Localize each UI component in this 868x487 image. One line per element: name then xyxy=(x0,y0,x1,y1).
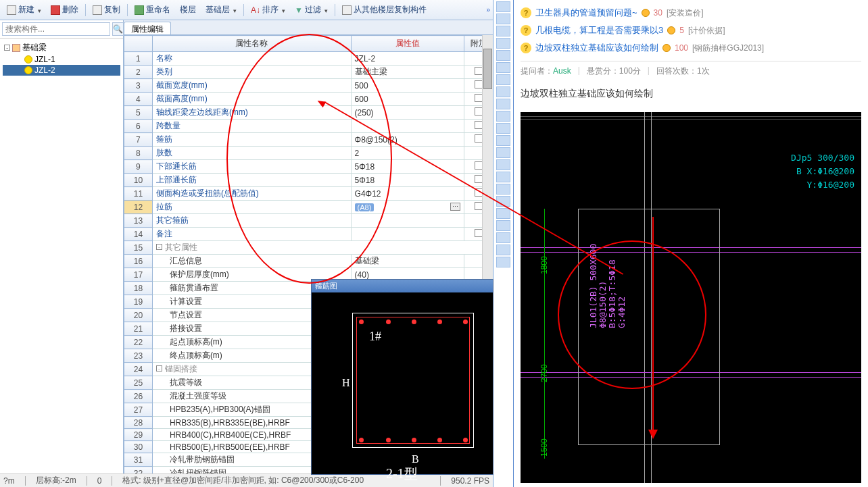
property-value-cell[interactable]: 500 xyxy=(351,79,464,93)
qa-title[interactable]: 边坡双柱独立基础应该如何绘制 xyxy=(535,42,658,54)
row-number[interactable]: 7 xyxy=(124,133,153,147)
property-name-cell[interactable]: 截面高度(mm) xyxy=(152,93,351,106)
row-number[interactable]: 20 xyxy=(124,309,153,322)
property-name-cell[interactable]: -其它属性 xyxy=(152,241,492,255)
toolbar-overflow-icon[interactable]: » xyxy=(486,6,490,14)
property-value-cell[interactable]: 5Φ18 xyxy=(351,160,464,174)
property-row[interactable]: 5轴线距梁左边线距离(mm)(250) xyxy=(124,106,493,120)
row-number[interactable]: 25 xyxy=(124,376,153,390)
property-name-cell[interactable]: 类别 xyxy=(152,66,351,79)
checkbox[interactable] xyxy=(475,229,483,237)
property-row[interactable]: 2类别基础主梁 xyxy=(124,66,493,79)
base-layer-select[interactable]: 基础层 xyxy=(201,2,241,18)
property-value-cell[interactable]: 600 xyxy=(351,93,464,106)
tree-item-jzl1[interactable]: JZL-1 xyxy=(3,54,120,65)
property-name-cell[interactable]: 箍筋 xyxy=(152,133,351,147)
collapse-icon[interactable]: - xyxy=(156,365,162,371)
row-number[interactable]: 15 xyxy=(124,241,153,255)
property-value-cell[interactable]: 2 xyxy=(351,147,464,160)
property-row[interactable]: 6跨数量 xyxy=(124,120,493,133)
property-value-cell[interactable]: 5Φ18 xyxy=(351,174,464,187)
ellipsis-button[interactable]: ⋯ xyxy=(450,203,460,211)
property-row[interactable]: 12拉筋(A8)⋯ xyxy=(124,201,493,214)
property-row[interactable]: 10上部通长筋5Φ18 xyxy=(124,174,493,187)
checkbox[interactable] xyxy=(475,188,483,197)
checkbox[interactable] xyxy=(475,107,483,116)
property-name-cell[interactable]: 肢数 xyxy=(152,147,351,160)
property-row[interactable]: 15-其它属性 xyxy=(124,241,493,255)
property-row[interactable]: 14备注 xyxy=(124,228,493,241)
rename-button[interactable]: 重命名 xyxy=(130,2,174,18)
qa-category[interactable]: [安装造价] xyxy=(667,7,704,19)
row-number[interactable]: 17 xyxy=(124,268,153,282)
sort-button[interactable]: A↓排序 xyxy=(247,2,289,18)
row-number[interactable]: 9 xyxy=(124,160,153,174)
property-name-cell[interactable]: 备注 xyxy=(152,228,351,241)
row-number[interactable]: 1 xyxy=(124,52,153,66)
delete-button[interactable]: 删除 xyxy=(47,2,82,18)
tab-property-edit[interactable]: 属性编辑 xyxy=(124,22,171,34)
checkbox[interactable] xyxy=(475,134,483,143)
row-number[interactable]: 16 xyxy=(124,255,153,268)
qa-category[interactable]: [钢筋抽样GGJ2013] xyxy=(692,43,764,54)
row-number[interactable]: 12 xyxy=(124,201,153,214)
qa-title[interactable]: 卫生器具的管道预留问题~ xyxy=(535,7,637,19)
property-row[interactable]: 8肢数2 xyxy=(124,147,493,160)
checkbox[interactable] xyxy=(475,202,483,210)
property-name-cell[interactable]: 截面宽度(mm) xyxy=(152,79,351,93)
property-value-cell[interactable]: JZL-2 xyxy=(351,52,464,66)
property-value-cell[interactable]: G4Φ12 xyxy=(351,187,464,201)
property-value-cell[interactable]: 基础主梁 xyxy=(351,66,464,79)
row-number[interactable]: 29 xyxy=(124,429,153,441)
row-number[interactable]: 6 xyxy=(124,120,153,133)
search-button[interactable]: 🔍 xyxy=(112,22,124,36)
property-row[interactable]: 11侧面构造或受扭筋(总配筋值)G4Φ12 xyxy=(124,187,493,201)
tree-root[interactable]: - 基础梁 xyxy=(3,41,120,54)
property-value-cell[interactable] xyxy=(351,228,464,241)
qa-link-row[interactable]: ?卫生器具的管道预留问题~30[安装造价] xyxy=(521,4,861,22)
copy-from-other-button[interactable]: 从其他楼层复制构件 xyxy=(338,2,431,18)
row-number[interactable]: 10 xyxy=(124,174,153,187)
search-input[interactable] xyxy=(2,22,110,36)
row-number[interactable]: 27 xyxy=(124,403,153,417)
row-number[interactable]: 4 xyxy=(124,93,153,106)
row-number[interactable]: 18 xyxy=(124,282,153,295)
row-number[interactable]: 5 xyxy=(124,106,153,120)
property-name-cell[interactable]: 跨数量 xyxy=(152,120,351,133)
row-number[interactable]: 3 xyxy=(124,79,153,93)
scrollbar-thumb[interactable] xyxy=(483,49,492,89)
row-number[interactable]: 22 xyxy=(124,336,153,349)
checkbox[interactable] xyxy=(475,94,483,102)
row-number[interactable]: 8 xyxy=(124,147,153,160)
floor-button[interactable]: 楼层 xyxy=(176,2,200,18)
row-number[interactable]: 31 xyxy=(124,453,153,467)
property-name-cell[interactable]: 其它箍筋 xyxy=(152,214,351,228)
qa-link-row[interactable]: ?边坡双柱独立基础应该如何绘制100[钢筋抽样GGJ2013] xyxy=(521,39,861,57)
copy-button[interactable]: 复制 xyxy=(89,2,124,18)
row-number[interactable]: 30 xyxy=(124,441,153,453)
asker-link[interactable]: Ausk xyxy=(553,66,571,76)
checkbox[interactable] xyxy=(475,175,483,183)
property-row[interactable]: 4截面高度(mm)600 xyxy=(124,93,493,106)
property-name-cell[interactable]: 轴线距梁左边线距离(mm) xyxy=(152,106,351,120)
property-value-cell[interactable]: (A8)⋯ xyxy=(351,201,464,214)
checkbox[interactable] xyxy=(475,121,483,129)
property-value-cell[interactable] xyxy=(351,120,464,133)
new-button[interactable]: 新建 xyxy=(3,2,45,18)
row-number[interactable]: 32 xyxy=(124,467,153,474)
property-value-cell[interactable] xyxy=(351,214,464,228)
qa-link-row[interactable]: ?几根电缆，算工程是否需要乘以35[计价依据] xyxy=(521,22,861,39)
row-number[interactable]: 13 xyxy=(124,214,153,228)
property-name-cell[interactable]: 汇总信息 xyxy=(152,255,351,268)
section-diagram-panel[interactable]: 箍筋图 1# H B 2-1型 xyxy=(311,279,493,475)
property-value-cell[interactable]: Φ8@150(2) xyxy=(351,133,464,147)
row-number[interactable]: 28 xyxy=(124,417,153,429)
checkbox[interactable] xyxy=(475,80,483,88)
expand-icon[interactable]: - xyxy=(4,45,10,51)
property-row[interactable]: 1名称JZL-2 xyxy=(124,52,493,66)
value-header[interactable]: 属性值 xyxy=(351,36,464,52)
checkbox[interactable] xyxy=(475,161,483,170)
property-name-cell[interactable]: 拉筋 xyxy=(152,201,351,214)
qa-title[interactable]: 几根电缆，算工程是否需要乘以3 xyxy=(535,24,663,36)
checkbox[interactable] xyxy=(475,67,483,75)
